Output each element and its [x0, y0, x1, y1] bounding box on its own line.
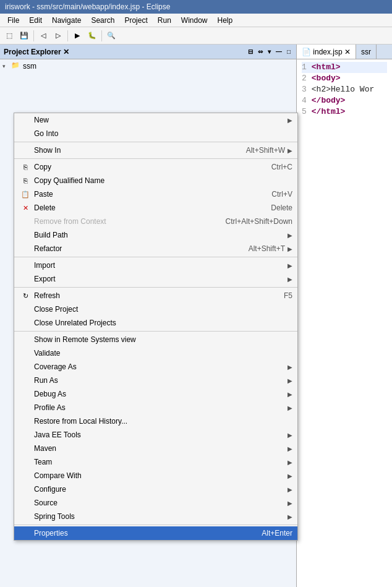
- menu-label-close-project: Close Project: [34, 305, 292, 314]
- toolbar-sep-3: [101, 30, 102, 41]
- editor-area[interactable]: 1 <html> 2 <body> 3 <h2>Hello Wor 4 </bo…: [297, 59, 392, 587]
- menu-item-validate[interactable]: Validate: [14, 346, 297, 360]
- toolbar-btn-new[interactable]: ⬚: [2, 29, 16, 43]
- menu-item-paste[interactable]: 📋PasteCtrl+V: [14, 187, 297, 201]
- menu-item-export[interactable]: Export▶: [14, 272, 297, 286]
- menu-shortcut-paste: Ctrl+V: [271, 190, 292, 199]
- menu-label-profile-as: Profile As: [34, 403, 285, 412]
- toolbar-btn-debug[interactable]: 🐛: [85, 29, 99, 43]
- menu-arrow-spring: ▶: [288, 513, 292, 520]
- menu-help[interactable]: Help: [213, 15, 238, 26]
- menu-item-refresh[interactable]: ↻RefreshF5: [14, 289, 297, 302]
- menu-item-source[interactable]: Source▶: [14, 496, 297, 510]
- minimize-icon[interactable]: —: [274, 48, 284, 56]
- menu-icon-configure: [19, 484, 32, 494]
- menu-project[interactable]: Project: [119, 15, 152, 26]
- menu-item-team[interactable]: Team▶: [14, 455, 297, 469]
- editor-tag-html-close: </html>: [312, 106, 346, 118]
- menu-item-new[interactable]: New▶: [14, 113, 297, 127]
- menu-sep-sep4: [14, 287, 297, 288]
- menu-icon-build-path: [19, 230, 32, 240]
- toolbar-btn-back[interactable]: ◁: [36, 29, 50, 43]
- toolbar-btn-run[interactable]: ▶: [70, 29, 84, 43]
- menu-item-close-unrelated[interactable]: Close Unrelated Projects: [14, 316, 297, 330]
- menu-item-debug-as[interactable]: Debug As▶: [14, 387, 297, 401]
- menu-item-coverage-as[interactable]: Coverage As▶: [14, 360, 297, 374]
- menu-navigate[interactable]: Navigate: [47, 15, 86, 26]
- menu-window[interactable]: Window: [176, 15, 213, 26]
- left-panel: Project Explorer ✕ ⊟ ⇔ ▾ — □ ▾ 📁 ssm New…: [0, 45, 297, 587]
- menu-label-show-remote: Show in Remote Systems view: [34, 335, 292, 344]
- link-with-editor-icon[interactable]: ⇔: [256, 48, 265, 56]
- menu-item-build-path[interactable]: Build Path▶: [14, 228, 297, 242]
- menu-label-refresh: Refresh: [34, 291, 271, 300]
- menu-label-copy-qualified: Copy Qualified Name: [34, 176, 292, 185]
- menu-item-java-ee[interactable]: Java EE Tools▶: [14, 428, 297, 442]
- menu-label-close-unrelated: Close Unrelated Projects: [34, 319, 292, 327]
- menu-label-go-into: Go Into: [34, 129, 292, 138]
- menu-search[interactable]: Search: [86, 15, 119, 26]
- menu-arrow-export: ▶: [288, 276, 292, 283]
- menu-item-maven[interactable]: Maven▶: [14, 442, 297, 455]
- menu-label-build-path: Build Path: [34, 231, 285, 239]
- menu-run[interactable]: Run: [153, 15, 176, 26]
- menu-file[interactable]: File: [2, 15, 24, 26]
- menu-icon-go-into: [19, 129, 32, 139]
- menu-item-delete[interactable]: ✕DeleteDelete: [14, 201, 297, 215]
- menu-label-debug-as: Debug As: [34, 390, 285, 398]
- maximize-icon[interactable]: □: [285, 48, 292, 56]
- tab-ssr[interactable]: ssr: [356, 45, 377, 59]
- menu-icon-show-remote: [19, 335, 32, 345]
- menu-arrow-profile-as: ▶: [288, 405, 292, 411]
- menu-icon-remove-ctx: [19, 216, 32, 226]
- menu-item-copy[interactable]: ⎘CopyCtrl+C: [14, 160, 297, 174]
- menu-label-refactor: Refactor: [34, 244, 236, 253]
- tab-close-index-jsp[interactable]: ✕: [344, 48, 351, 56]
- menu-item-profile-as[interactable]: Profile As▶: [14, 401, 297, 414]
- toolbar-btn-forward[interactable]: ▷: [51, 29, 65, 43]
- menu-item-copy-qualified[interactable]: ⎘Copy Qualified Name: [14, 174, 297, 187]
- view-menu-icon[interactable]: ▾: [266, 48, 273, 56]
- menu-shortcut-refresh: F5: [284, 291, 292, 300]
- line-num-1: 1: [302, 62, 307, 73]
- menu-item-run-as[interactable]: Run As▶: [14, 374, 297, 387]
- menu-item-spring[interactable]: Spring Tools▶: [14, 510, 297, 523]
- tree-label-root: ssm: [23, 62, 36, 71]
- editor-h2: <h2>Hello Wor: [312, 84, 374, 95]
- menu-shortcut-remove-ctx: Ctrl+Alt+Shift+Down: [226, 217, 292, 226]
- menu-icon-show-in: [19, 145, 32, 155]
- menu-label-show-in: Show In: [34, 146, 234, 155]
- menu-item-properties[interactable]: PropertiesAlt+Enter: [14, 526, 297, 540]
- menu-arrow-coverage-as: ▶: [288, 364, 292, 371]
- tree-item-root[interactable]: ▾ 📁 ssm: [0, 61, 296, 72]
- collapse-all-icon[interactable]: ⊟: [246, 48, 255, 56]
- menu-item-close-project[interactable]: Close Project: [14, 302, 297, 316]
- menu-edit[interactable]: Edit: [24, 15, 47, 26]
- menu-item-configure[interactable]: Configure▶: [14, 482, 297, 496]
- menu-label-team: Team: [34, 458, 285, 466]
- menu-arrow-java-ee: ▶: [288, 432, 292, 439]
- line-num-5: 5: [302, 106, 307, 118]
- menu-item-restore[interactable]: Restore from Local History...: [14, 414, 297, 428]
- menu-icon-restore: [19, 416, 32, 426]
- menu-label-spring: Spring Tools: [34, 512, 285, 521]
- menu-item-import[interactable]: Import▶: [14, 259, 297, 272]
- menu-icon-import: [19, 260, 32, 270]
- menu-arrow-refactor: ▶: [288, 246, 292, 252]
- menu-label-run-as: Run As: [34, 376, 285, 385]
- project-explorer-header: Project Explorer ✕ ⊟ ⇔ ▾ — □: [0, 45, 296, 59]
- toolbar-btn-save[interactable]: 💾: [17, 29, 31, 43]
- menu-item-show-in[interactable]: Show InAlt+Shift+W▶: [14, 144, 297, 157]
- menu-shortcut-show-in: Alt+Shift+W: [246, 146, 285, 155]
- menu-label-coverage-as: Coverage As: [34, 362, 285, 371]
- menu-label-maven: Maven: [34, 444, 285, 453]
- tab-index-jsp[interactable]: 📄 index.jsp ✕: [297, 45, 356, 59]
- menu-icon-refactor: [19, 244, 32, 254]
- menu-item-compare[interactable]: Compare With▶: [14, 469, 297, 482]
- menu-icon-source: [19, 498, 32, 508]
- menu-item-show-remote[interactable]: Show in Remote Systems view: [14, 333, 297, 346]
- toolbar-btn-search[interactable]: 🔍: [104, 29, 118, 43]
- menu-item-go-into[interactable]: Go Into: [14, 127, 297, 140]
- menu-item-refactor[interactable]: RefactorAlt+Shift+T▶: [14, 242, 297, 255]
- menu-icon-coverage-as: [19, 362, 32, 372]
